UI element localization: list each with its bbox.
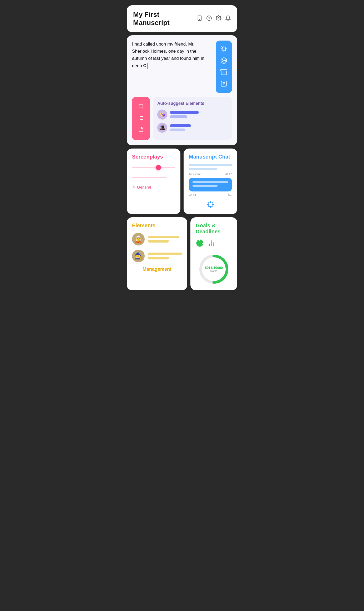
book-icon[interactable] xyxy=(138,104,144,111)
timeline-line-2 xyxy=(132,177,166,178)
bar-2 xyxy=(170,115,187,118)
el-bar-1 xyxy=(148,236,179,238)
goals-icons-row xyxy=(196,239,232,249)
autosuggest-avatar-1: 👒 xyxy=(157,110,167,120)
chat-ai-icon[interactable] xyxy=(189,200,232,209)
el-bar-3 xyxy=(148,253,182,255)
general-label: ✳ General xyxy=(132,185,175,189)
archive-icon[interactable] xyxy=(220,69,227,77)
tablet-icon[interactable] xyxy=(197,15,203,22)
svg-line-35 xyxy=(212,202,213,203)
app-container: My First Manuscript I had called upon my… xyxy=(127,5,237,290)
snowflake-icon: ✳ xyxy=(132,185,135,189)
autosuggest-item-1[interactable]: 👒 xyxy=(157,110,228,120)
svg-point-16 xyxy=(223,60,224,61)
progress-words: words xyxy=(205,270,223,273)
text-format-icon[interactable] xyxy=(220,80,227,89)
timeline-line-1 xyxy=(132,167,175,168)
svg-line-34 xyxy=(208,202,209,203)
settings-icon[interactable] xyxy=(216,15,221,22)
progress-area: 5015/10000 words xyxy=(196,253,232,285)
target-icon[interactable] xyxy=(220,57,227,66)
chat-meta-1: Assistant 20:12 xyxy=(189,173,232,176)
editor-text-area: I had called upon my friend, Mr. Sherloc… xyxy=(132,41,232,93)
svg-point-15 xyxy=(222,59,226,62)
management-label: Management xyxy=(132,267,182,272)
editor-bottom: Auto-suggest Elements 👒 🎩 xyxy=(132,97,232,140)
autosuggest-title: Auto-suggest Elements xyxy=(157,101,228,106)
autosuggest-panel: Auto-suggest Elements 👒 🎩 xyxy=(153,97,232,140)
mid-row: Screenplays ✳ General Manuscript Chat As xyxy=(127,149,237,214)
ai-chip-icon[interactable] xyxy=(220,45,228,54)
chat-meta-2: 20:14 Me xyxy=(189,194,232,197)
element-avatar-2: 🧙 xyxy=(132,250,145,262)
goals-card: Goals & Deadlines xyxy=(190,217,237,290)
el-bar-4 xyxy=(148,257,169,259)
bar-1 xyxy=(170,111,199,114)
elements-title: Elements xyxy=(132,223,182,229)
bar-chart-icon[interactable] xyxy=(207,239,215,249)
bell-icon[interactable] xyxy=(225,15,231,22)
svg-point-4 xyxy=(218,17,219,19)
editor-pink-panel xyxy=(132,97,150,140)
chat-time-1: 20:12 xyxy=(225,173,232,176)
bar-3 xyxy=(170,124,191,127)
svg-line-12 xyxy=(221,50,222,51)
chat-card: Manuscript Chat Assistant 20:12 20:14 Me xyxy=(184,149,237,214)
el-bar-2 xyxy=(148,240,169,243)
element-bars-1 xyxy=(148,236,179,243)
editor-toolbar xyxy=(216,41,232,93)
editor-text-wrapper: I had called upon my friend, Mr. Sherloc… xyxy=(132,41,213,93)
help-icon[interactable] xyxy=(206,15,212,22)
pie-chart-icon[interactable] xyxy=(196,239,204,249)
me-label: Me xyxy=(228,194,232,197)
chat-bubble xyxy=(189,178,232,191)
screenplays-title: Screenplays xyxy=(132,154,175,160)
autosuggest-avatar-2: 🎩 xyxy=(157,123,167,133)
editor-text[interactable]: I had called upon my friend, Mr. Sherloc… xyxy=(132,41,213,69)
list-icon[interactable] xyxy=(138,115,144,122)
chat-time-2: 20:14 xyxy=(189,194,196,197)
editor-card: I had called upon my friend, Mr. Sherloc… xyxy=(127,35,237,145)
bottom-row: Elements 🧝 🧙 Management Goals & Deadline… xyxy=(127,217,237,290)
svg-rect-17 xyxy=(221,70,227,71)
svg-line-13 xyxy=(225,50,226,51)
element-bars-2 xyxy=(148,253,182,259)
chat-bar-2 xyxy=(189,168,217,170)
svg-rect-5 xyxy=(222,47,225,50)
autosuggest-bars-1 xyxy=(170,111,199,118)
screenplays-card: Screenplays ✳ General xyxy=(127,149,180,214)
timeline-stem xyxy=(158,170,158,177)
document-icon[interactable] xyxy=(138,126,144,134)
element-avatar-1: 🧝 xyxy=(132,233,145,245)
elements-card: Elements 🧝 🧙 Management xyxy=(127,217,187,290)
goals-title: Goals & Deadlines xyxy=(196,223,232,235)
svg-point-2 xyxy=(207,16,211,20)
timeline-dot xyxy=(156,165,161,170)
svg-rect-29 xyxy=(209,203,212,206)
header-card: My First Manuscript xyxy=(127,5,237,32)
bubble-bar-1 xyxy=(193,181,228,183)
svg-point-14 xyxy=(221,58,227,63)
chat-bar-1 xyxy=(189,164,232,166)
autosuggest-bars-2 xyxy=(170,124,191,131)
svg-line-36 xyxy=(208,206,209,207)
element-item-1[interactable]: 🧝 xyxy=(132,233,182,245)
header-icons xyxy=(197,15,231,22)
svg-line-10 xyxy=(221,46,222,47)
timeline-area xyxy=(132,164,175,184)
progress-ring-container: 5015/10000 words xyxy=(198,253,230,285)
assistant-label: Assistant xyxy=(189,173,201,176)
chat-received-bars xyxy=(189,164,232,170)
progress-count: 5015/10000 xyxy=(205,266,223,270)
svg-line-11 xyxy=(225,46,226,47)
chat-title: Manuscript Chat xyxy=(189,154,232,160)
autosuggest-item-2[interactable]: 🎩 xyxy=(157,123,228,133)
bar-4 xyxy=(170,129,185,131)
svg-line-37 xyxy=(212,206,213,207)
bubble-bar-2 xyxy=(193,185,218,187)
element-item-2[interactable]: 🧙 xyxy=(132,250,182,262)
page-title: My First Manuscript xyxy=(133,11,197,27)
progress-label: 5015/10000 words xyxy=(205,266,223,273)
